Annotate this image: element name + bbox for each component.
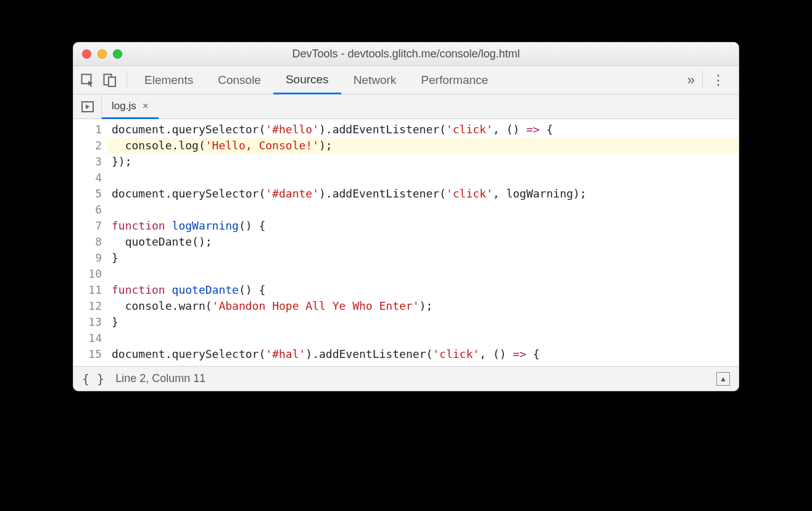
code-line[interactable] [108,170,739,186]
pretty-print-button[interactable]: { } [82,372,104,386]
window-controls [82,49,122,59]
kebab-menu-button[interactable]: ⋮ [703,66,734,94]
line-number[interactable]: 2 [73,138,102,154]
cursor-position: Line 2, Column 11 [115,372,205,385]
line-number[interactable]: 8 [73,234,102,250]
line-number[interactable]: 10 [73,266,102,282]
line-number[interactable]: 15 [73,346,102,362]
code-line[interactable]: document.querySelector('#hello').addEven… [108,122,739,138]
line-number[interactable]: 9 [73,250,102,266]
code-token: quoteDante(); [112,235,212,248]
tab-label: Elements [144,73,193,87]
line-number[interactable]: 11 [73,282,102,298]
code-token: document [112,347,165,360]
line-number[interactable]: 7 [73,218,102,234]
code-token: { [526,347,540,360]
code-token: ( [259,123,265,136]
line-number[interactable]: 1 [73,122,102,138]
code-token: console [112,299,172,312]
panel-tab-network[interactable]: Network [341,66,409,94]
line-number[interactable]: 6 [73,202,102,218]
line-number[interactable]: 5 [73,186,102,202]
code-token: logWarning [172,219,239,232]
code-token: . [165,187,172,200]
code-token: { [540,123,553,136]
inspect-element-icon[interactable] [81,73,94,87]
code-token: '#dante' [265,187,319,200]
panel-tab-sources[interactable]: Sources [273,66,341,94]
code-token: querySelector [172,187,259,200]
code-token: . [165,347,172,360]
file-tab-label: log.js [112,100,136,112]
code-token: 'click' [446,123,493,136]
device-toolbar-icon[interactable] [103,73,117,87]
code-token: . [172,299,179,312]
minimize-window-button[interactable] [97,49,107,59]
code-token: 'click' [433,347,479,360]
titlebar[interactable]: DevTools - devtools.glitch.me/console/lo… [73,43,739,66]
code-line[interactable]: document.querySelector('#dante').addEven… [108,186,739,202]
line-number[interactable]: 13 [73,314,102,330]
code-token: console [112,139,172,152]
code-line[interactable]: document.querySelector('#hal').addEventL… [108,346,739,362]
code-line[interactable] [108,330,739,346]
code-line[interactable]: } [108,250,739,266]
code-token: }); [112,155,132,168]
code-token: ); [319,139,333,152]
line-gutter[interactable]: 123456789101112131415 [73,119,108,366]
tab-label: Sources [286,73,329,86]
code-line[interactable]: } [108,314,739,330]
code-line[interactable]: function quoteDante() { [108,282,739,298]
line-number[interactable]: 12 [73,298,102,314]
line-number[interactable]: 4 [73,170,102,186]
code-token: '#hello' [265,123,319,136]
code-token: warn [178,299,205,312]
code-token: ( [426,347,433,360]
code-token: ( [439,123,446,136]
code-line[interactable]: console.log('Hello, Console!'); [108,138,739,154]
code-token: addEventListener [319,347,426,360]
code-token: 'Hello, Console!' [205,139,319,152]
svg-rect-2 [109,77,115,86]
code-token: } [112,251,118,264]
more-tabs-button[interactable]: » [680,66,702,94]
code-token: function [112,283,172,296]
code-token: ). [319,187,333,200]
code-token: document [112,187,165,200]
close-window-button[interactable] [82,49,91,59]
code-token: ( [199,139,205,152]
code-token: , () [479,347,513,360]
code-token: ). [319,123,333,136]
code-token: ( [259,187,265,200]
code-token: ); [420,299,433,312]
tab-label: Performance [421,73,488,87]
line-number[interactable]: 14 [73,330,102,346]
code-line[interactable]: function logWarning() { [108,218,739,234]
code-token: , () [493,123,526,136]
close-tab-icon[interactable]: × [143,101,149,111]
code-line[interactable] [108,202,739,218]
code-line[interactable]: }); [108,154,739,170]
toggle-drawer-button[interactable]: ▲ [716,372,730,386]
code-token: 'Abandon Hope All Ye Who Enter' [212,299,420,312]
file-tab[interactable]: log.js× [102,94,159,119]
code-token: addEventListener [333,187,439,200]
devtools-window: DevTools - devtools.glitch.me/console/lo… [73,42,739,391]
panel-tab-console[interactable]: Console [205,66,273,94]
zoom-window-button[interactable] [113,49,122,59]
code-token: . [165,123,172,136]
code-line[interactable]: quoteDante(); [108,234,739,250]
panel-tab-performance[interactable]: Performance [408,66,500,94]
code-content[interactable]: document.querySelector('#hello').addEven… [108,119,739,366]
panel-tab-elements[interactable]: Elements [132,66,205,94]
code-token: => [513,347,526,360]
code-editor[interactable]: 123456789101112131415 document.querySele… [73,119,739,366]
code-line[interactable] [108,266,739,282]
code-token: ( [205,299,212,312]
line-number[interactable]: 3 [73,154,102,170]
tab-label: Network [354,73,397,87]
tab-label: Console [218,73,261,87]
code-line[interactable]: console.warn('Abandon Hope All Ye Who En… [108,298,739,314]
navigator-toggle-button[interactable] [73,94,102,118]
code-token: => [526,123,540,136]
